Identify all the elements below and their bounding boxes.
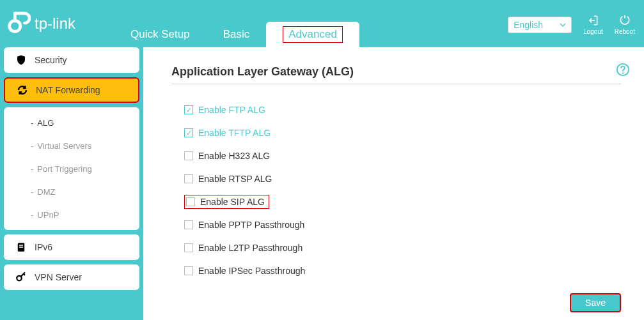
option-label[interactable]: Enable TFTP ALG xyxy=(198,128,271,138)
tab-bar: Quick Setup Basic Advanced xyxy=(114,0,359,47)
svg-rect-3 xyxy=(19,247,23,248)
top-bar: tp-link Quick Setup Basic Advanced Engli… xyxy=(0,0,644,47)
language-value: English xyxy=(514,20,543,30)
save-button[interactable]: Save xyxy=(570,293,621,312)
option-label[interactable]: Enable SIP ALG xyxy=(200,197,265,207)
document-icon xyxy=(15,241,27,253)
alg-options: Enable FTP ALG Enable TFTP ALG Enable H3… xyxy=(171,98,621,282)
chevron-down-icon xyxy=(560,22,566,28)
option-label[interactable]: Enable RTSP ALG xyxy=(198,174,272,184)
checkbox-pptp[interactable] xyxy=(184,220,193,229)
sidebar-item-label: Security xyxy=(35,55,67,65)
sidebar-submenu: ALG Virtual Servers Port Triggering DMZ … xyxy=(4,107,139,230)
option-sip-alg: Enable SIP ALG xyxy=(184,190,621,213)
shield-icon xyxy=(15,54,27,66)
logo: tp-link xyxy=(6,11,75,36)
option-l2tp-passthrough: Enable L2TP Passthrough xyxy=(184,236,621,259)
help-button[interactable] xyxy=(616,63,630,79)
main-panel: Application Layer Gateway (ALG) Enable F… xyxy=(143,47,644,320)
logout-icon xyxy=(586,14,599,27)
checkbox-sip-alg[interactable] xyxy=(186,197,195,206)
sidebar-item-label: IPv6 xyxy=(35,242,52,252)
checkbox-h323-alg[interactable] xyxy=(184,151,193,160)
sidebar-sub-upnp[interactable]: UPnP xyxy=(4,203,139,226)
tab-quick-setup[interactable]: Quick Setup xyxy=(114,22,207,47)
reboot-icon xyxy=(618,14,631,27)
option-ipsec-passthrough: Enable IPSec Passthrough xyxy=(184,259,621,282)
language-select[interactable]: English xyxy=(508,17,572,33)
sidebar-sub-virtual-servers[interactable]: Virtual Servers xyxy=(4,134,139,157)
option-label[interactable]: Enable L2TP Passthrough xyxy=(198,243,302,253)
sidebar-item-vpn-server[interactable]: VPN Server xyxy=(4,264,139,290)
sidebar-sub-dmz[interactable]: DMZ xyxy=(4,180,139,203)
sidebar-item-label: NAT Forwarding xyxy=(36,85,100,95)
tab-advanced[interactable]: Advanced xyxy=(266,22,359,47)
brand-text: tp-link xyxy=(35,15,75,33)
sidebar-item-nat-forwarding[interactable]: NAT Forwarding xyxy=(4,77,139,103)
sidebar-sub-port-triggering[interactable]: Port Triggering xyxy=(4,157,139,180)
refresh-icon xyxy=(17,84,28,96)
key-icon xyxy=(15,271,27,283)
help-icon xyxy=(616,63,630,77)
reboot-button[interactable]: Reboot xyxy=(615,14,635,35)
sidebar-item-label: VPN Server xyxy=(35,272,82,282)
option-label[interactable]: Enable H323 ALG xyxy=(198,151,270,161)
option-label[interactable]: Enable IPSec Passthrough xyxy=(198,266,305,276)
sidebar-item-security[interactable]: Security xyxy=(4,47,139,73)
svg-point-6 xyxy=(622,73,624,74)
option-label[interactable]: Enable FTP ALG xyxy=(198,105,265,115)
checkbox-ipsec[interactable] xyxy=(184,266,193,275)
sidebar-item-ipv6[interactable]: IPv6 xyxy=(4,234,139,260)
brand-icon xyxy=(6,11,31,36)
checkbox-l2tp[interactable] xyxy=(184,243,193,252)
section-rule xyxy=(171,84,621,84)
sidebar-sub-alg[interactable]: ALG xyxy=(4,111,139,134)
option-ftp-alg: Enable FTP ALG xyxy=(184,98,621,121)
checkbox-tftp-alg[interactable] xyxy=(184,128,193,137)
svg-point-4 xyxy=(17,276,22,281)
sidebar: Security NAT Forwarding ALG Virtual Serv… xyxy=(0,47,143,320)
option-rtsp-alg: Enable RTSP ALG xyxy=(184,167,621,190)
tab-basic[interactable]: Basic xyxy=(207,22,267,47)
checkbox-ftp-alg[interactable] xyxy=(184,105,193,114)
option-pptp-passthrough: Enable PPTP Passthrough xyxy=(184,213,621,236)
option-tftp-alg: Enable TFTP ALG xyxy=(184,121,621,144)
option-label[interactable]: Enable PPTP Passthrough xyxy=(198,220,304,230)
checkbox-rtsp-alg[interactable] xyxy=(184,174,193,183)
section-title: Application Layer Gateway (ALG) xyxy=(171,65,621,79)
logout-button[interactable]: Logout xyxy=(583,14,603,35)
svg-rect-2 xyxy=(19,245,23,246)
option-h323-alg: Enable H323 ALG xyxy=(184,144,621,167)
